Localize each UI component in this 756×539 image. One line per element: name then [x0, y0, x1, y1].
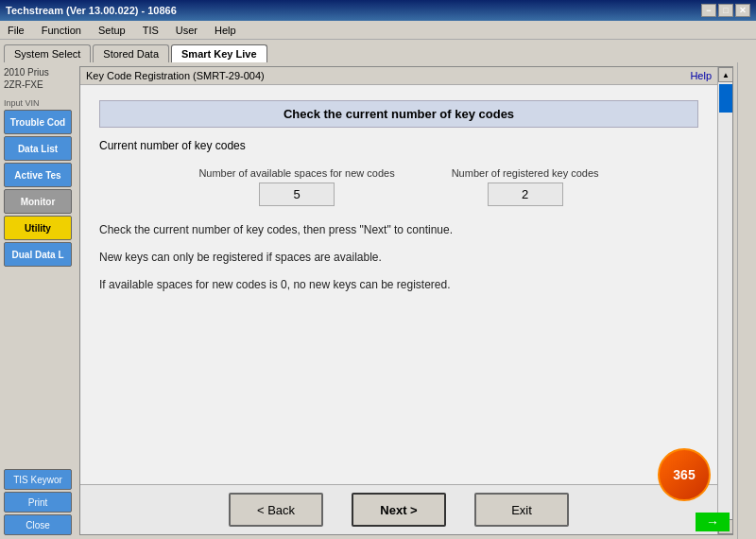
available-spaces-block: Number of available spaces for new codes…	[198, 167, 394, 206]
right-panel	[737, 62, 756, 539]
menu-tis[interactable]: TIS	[139, 23, 163, 38]
desc2: New keys can only be registered if space…	[99, 249, 698, 267]
registered-value: 2	[488, 183, 563, 206]
minimize-button[interactable]: −	[701, 4, 716, 17]
utility-button[interactable]: Utility	[4, 216, 72, 240]
scrollbar-thumb	[719, 84, 732, 113]
maximize-button[interactable]: □	[718, 4, 733, 17]
dialog-scrollbar: ▲ ▼	[717, 67, 732, 534]
dialog-body: Check the current number of key codes Cu…	[80, 85, 717, 484]
logo-badge: 365	[658, 448, 711, 501]
active-test-button[interactable]: Active Tes	[4, 163, 72, 187]
sidebar: 2010 Prius 2ZR-FXE Input VIN Trouble Cod…	[0, 62, 76, 539]
green-arrow: →	[696, 513, 730, 531]
main-area: 2010 Prius 2ZR-FXE Input VIN Trouble Cod…	[0, 62, 756, 539]
menu-file[interactable]: File	[4, 23, 28, 38]
tab-system-select[interactable]: System Select	[4, 44, 91, 62]
menu-user[interactable]: User	[172, 23, 201, 38]
menu-setup[interactable]: Setup	[94, 23, 129, 38]
content-area: Key Code Registration (SMRT-29-004) Help…	[76, 62, 737, 539]
next-button[interactable]: Next >	[352, 493, 446, 527]
vehicle-info: 2010 Prius 2ZR-FXE	[4, 66, 72, 91]
tab-smart-key-live[interactable]: Smart Key Live	[171, 44, 266, 62]
sidebar-bottom-section: TIS Keywor Print Close	[4, 469, 72, 535]
close-sidebar-button[interactable]: Close	[4, 514, 72, 535]
section-header: Check the current number of key codes	[99, 100, 698, 128]
data-list-button[interactable]: Data List	[4, 136, 72, 161]
trouble-code-button[interactable]: Trouble Cod	[4, 110, 72, 134]
exit-button[interactable]: Exit	[474, 493, 569, 527]
window-controls: − □ ✕	[701, 4, 750, 17]
registered-label: Number of registered key codes	[452, 167, 599, 179]
available-spaces-value: 5	[259, 183, 335, 206]
scroll-up-button[interactable]: ▲	[718, 67, 733, 82]
back-button[interactable]: < Back	[229, 493, 323, 527]
input-vin-label: Input VIN	[4, 98, 72, 108]
dialog-title: Key Code Registration (SMRT-29-004)	[86, 70, 265, 81]
dialog-footer: < Back Next > Exit	[80, 484, 717, 534]
dialog-title-bar: Key Code Registration (SMRT-29-004) Help	[80, 67, 717, 85]
dialog: Key Code Registration (SMRT-29-004) Help…	[79, 66, 733, 535]
scrollbar-track	[718, 82, 732, 519]
tab-stored-data[interactable]: Stored Data	[93, 44, 169, 62]
tab-bar: System Select Stored Data Smart Key Live	[0, 40, 756, 62]
info-section: Number of available spaces for new codes…	[99, 167, 698, 206]
menu-function[interactable]: Function	[38, 23, 85, 38]
tis-keyword-button[interactable]: TIS Keywor	[4, 469, 72, 490]
registered-block: Number of registered key codes 2	[452, 167, 599, 206]
app-title: Techstream (Ver 13.00.022) - 10866	[6, 5, 177, 16]
monitor-button[interactable]: Monitor	[4, 189, 72, 214]
dual-data-button[interactable]: Dual Data L	[4, 242, 72, 267]
current-num-label: Current number of key codes	[99, 139, 698, 152]
title-bar: Techstream (Ver 13.00.022) - 10866 − □ ✕	[0, 0, 756, 21]
help-link[interactable]: Help	[690, 70, 712, 81]
menu-help[interactable]: Help	[211, 23, 240, 38]
desc3: If available spaces for new codes is 0, …	[99, 276, 698, 294]
close-button[interactable]: ✕	[735, 4, 750, 17]
menu-bar: File Function Setup TIS User Help	[0, 21, 756, 40]
available-spaces-label: Number of available spaces for new codes	[198, 167, 394, 179]
desc1: Check the current number of key codes, t…	[99, 221, 698, 239]
print-button[interactable]: Print	[4, 492, 72, 513]
